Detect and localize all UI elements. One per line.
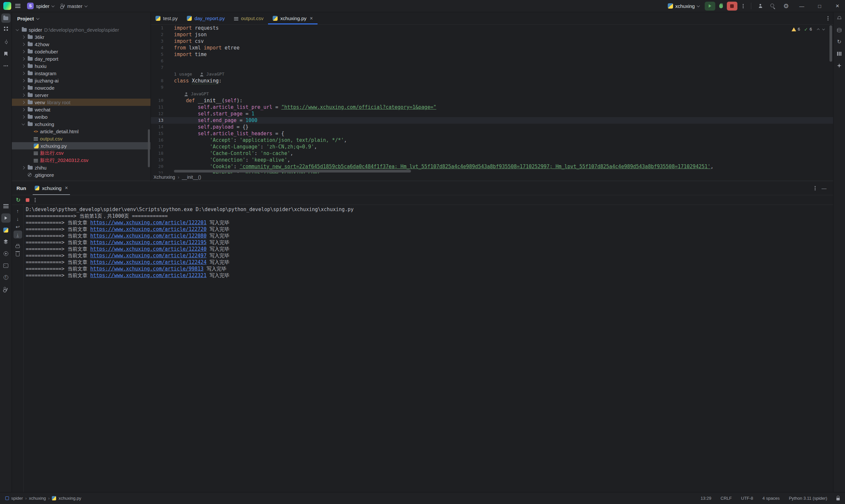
status-item-CRLF[interactable]: CRLF	[721, 496, 732, 501]
tool-structure-button[interactable]	[0, 24, 12, 36]
console-link[interactable]: https://www.xchuxing.com/article/122240	[90, 246, 206, 252]
code-line-12[interactable]: 12 self.start_page = 1	[151, 110, 833, 117]
tree-chevron-icon[interactable]	[15, 29, 20, 31]
code-line-20[interactable]: 20 'Cookie': 'community_new_sort=22af645…	[151, 163, 833, 170]
tree-item-server[interactable]: server	[12, 91, 151, 98]
editor-tab-test.py[interactable]: test.py	[151, 12, 182, 24]
tree-chevron-icon[interactable]	[20, 79, 26, 82]
tree-chevron-icon[interactable]	[20, 116, 26, 118]
code-with-me-button[interactable]	[756, 1, 765, 11]
clear-console-icon[interactable]	[14, 250, 22, 258]
tree-chevron-icon[interactable]	[20, 36, 26, 38]
maximize-button[interactable]: □	[812, 0, 827, 12]
status-item-UTF-8[interactable]: UTF-8	[741, 496, 753, 501]
console-link[interactable]: https://www.xchuxing.com/article/122195	[90, 239, 206, 246]
tree-chevron-icon[interactable]	[20, 65, 26, 67]
code-line-13[interactable]: 13 self.end_page = 1000	[151, 117, 833, 124]
tree-item-article_detail.html[interactable]: <>article_detail.html	[12, 128, 151, 135]
tree-item-venv[interactable]: venvlibrary root	[12, 98, 151, 106]
tree-item-spider[interactable]: spiderD:\develop\python_develop\spider	[12, 26, 151, 33]
code-line-1[interactable]: 1import requests	[151, 25, 833, 31]
console-link[interactable]: https://www.xchuxing.com/article/99813	[90, 266, 203, 272]
tree-item-zhihu[interactable]: zhihu	[12, 164, 151, 171]
run-options-icon[interactable]	[815, 188, 816, 189]
prev-problem-icon[interactable]	[817, 29, 820, 31]
code-line-17[interactable]: 17 'Accept-Language': 'zh-CN,zh;q=0.9',	[151, 143, 833, 150]
tree-item-nowcode[interactable]: nowcode	[12, 84, 151, 91]
editor-vertical-scrollbar[interactable]	[829, 25, 832, 62]
status-item-4-spaces[interactable]: 4 spaces	[762, 496, 780, 501]
lock-icon[interactable]	[837, 498, 840, 500]
console-output[interactable]: D:\develop\python_develop\spider\venv\Sc…	[24, 205, 833, 492]
code-area[interactable]: 1import requests2import json3import csv4…	[151, 25, 833, 174]
soft-wrap-icon[interactable]: ↩	[14, 223, 22, 231]
print-icon[interactable]	[14, 242, 22, 250]
hide-panel-icon[interactable]: —	[822, 185, 827, 191]
status-crumb-xchuxing[interactable]: xchuxing	[29, 496, 46, 501]
tool-commit-button[interactable]	[0, 36, 12, 48]
tree-chevron-icon[interactable]	[20, 166, 26, 169]
tree-chevron-icon[interactable]	[20, 72, 26, 74]
inspections-widget[interactable]: 6 ✓6	[792, 27, 825, 32]
inlay-hint-row[interactable]: 1 usage JavaGPT	[151, 71, 833, 77]
tree-chevron-icon[interactable]	[20, 51, 26, 53]
tree-item-xchuxing.py[interactable]: xchuxing.py	[12, 142, 151, 149]
project-panel-header[interactable]: Project	[12, 12, 151, 25]
console-link[interactable]: https://www.xchuxing.com/article/122497	[90, 253, 206, 258]
tool-problems-button[interactable]: !	[0, 271, 12, 283]
tool-python-console-button[interactable]	[0, 224, 12, 236]
tree-item-42how[interactable]: 42how	[12, 40, 151, 48]
breadcrumb-Xchunxing[interactable]: Xchunxing	[154, 175, 175, 180]
rerun-icon[interactable]: ↻	[16, 197, 20, 203]
tree-item-36kr[interactable]: 36kr	[12, 33, 151, 40]
tree-item-codehuber[interactable]: codehuber	[12, 48, 151, 55]
console-link[interactable]: https://www.xchuxing.com/article/122080	[90, 233, 206, 239]
code-line-5[interactable]: 5import time	[151, 51, 833, 58]
tree-item-wechat[interactable]: wechat	[12, 106, 151, 113]
tree-chevron-icon[interactable]	[20, 87, 26, 89]
next-problem-icon[interactable]	[822, 28, 825, 30]
tab-options-icon[interactable]	[828, 18, 828, 19]
run-button[interactable]	[705, 2, 715, 11]
tool-run-button[interactable]	[0, 212, 12, 224]
console-more-icon[interactable]	[35, 200, 36, 200]
tree-item-day_report[interactable]: day_report	[12, 55, 151, 62]
close-button[interactable]: ×	[830, 0, 845, 12]
stop-process-icon[interactable]	[26, 198, 29, 202]
branch-widget[interactable]: master	[58, 1, 90, 11]
warnings-indicator[interactable]: 6	[792, 27, 800, 32]
tool-bookmarks-button[interactable]	[0, 48, 12, 60]
tool-history-button[interactable]: ↻	[833, 36, 845, 48]
stop-button[interactable]	[727, 2, 737, 11]
code-line-6[interactable]: 6	[151, 58, 833, 64]
tree-item-jiuzhang-ai[interactable]: jiuzhang-ai	[12, 77, 151, 84]
tree-chevron-icon[interactable]	[20, 43, 26, 46]
debug-button[interactable]	[718, 1, 724, 11]
tree-item-新出行_20240312.csv[interactable]: 新出行_20240312.csv	[12, 157, 151, 164]
close-run-tab-icon[interactable]: ×	[65, 185, 68, 191]
up-arrow-icon[interactable]: ↑	[14, 207, 22, 215]
editor-tab-day_report.py[interactable]: day_report.py	[182, 12, 229, 24]
tree-chevron-icon[interactable]	[20, 101, 26, 104]
tool-services-button[interactable]	[0, 236, 12, 248]
tree-item-weibo[interactable]: weibo	[12, 113, 151, 120]
editor-horizontal-scrollbar[interactable]	[174, 170, 411, 173]
tree-chevron-icon[interactable]	[20, 109, 26, 111]
console-link[interactable]: https://www.xchuxing.com/article/122321	[90, 272, 206, 278]
tree-item-instagram[interactable]: instagram	[12, 70, 151, 77]
code-line-8[interactable]: 8class Xchunxing:	[151, 77, 833, 84]
code-line-10[interactable]: 10 def __init__(self):	[151, 97, 833, 104]
minimize-button[interactable]: —	[794, 0, 809, 12]
search-everywhere-button[interactable]	[768, 1, 778, 11]
tree-chevron-icon[interactable]	[20, 123, 26, 125]
code-line-14[interactable]: 14 self.payload = {}	[151, 124, 833, 130]
settings-button[interactable]: ⚙	[781, 1, 792, 11]
tool-git-button[interactable]	[0, 283, 12, 295]
tool-notifications-button[interactable]	[833, 12, 845, 24]
tree-chevron-icon[interactable]	[20, 94, 26, 96]
more-actions-button[interactable]	[740, 1, 746, 11]
editor-tab-output.csv[interactable]: output.csv	[229, 12, 268, 24]
close-tab-icon[interactable]: ×	[310, 16, 313, 21]
status-crumb-spider[interactable]: spider	[11, 496, 23, 501]
code-line-15[interactable]: 15 self.article_list_headers = {	[151, 130, 833, 137]
